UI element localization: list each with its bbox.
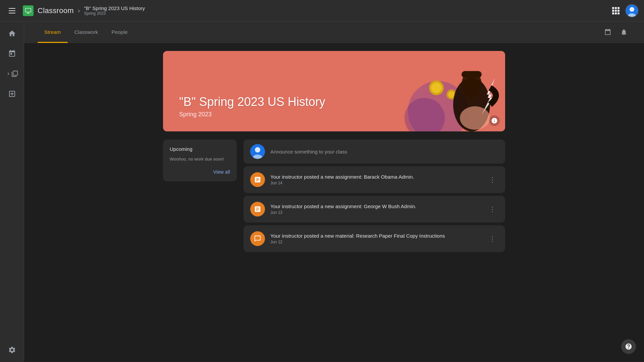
classes-icon [11, 70, 18, 77]
announce-avatar [250, 144, 265, 159]
help-button[interactable] [621, 339, 636, 354]
tabs-actions [601, 25, 631, 39]
user-avatar [250, 144, 265, 159]
feed-date-1: Jun 14 [270, 181, 481, 185]
sidebar [0, 21, 24, 362]
tab-classwork[interactable]: Classwork [68, 21, 105, 43]
feed-card-3: Your instructor posted a new material: R… [244, 225, 505, 252]
feed-title-2: Your instructor posted a new assignment:… [270, 203, 481, 209]
banner-subtitle: Spring 2023 [179, 111, 489, 118]
account-button[interactable] [625, 4, 639, 17]
hamburger-button[interactable] [5, 4, 19, 17]
notification-btn[interactable] [617, 25, 631, 39]
svg-point-6 [429, 80, 444, 95]
feed-more-button-3[interactable]: ⋮ [486, 233, 498, 245]
calendar-tab-icon [604, 28, 611, 36]
tabs-bar: Stream Classwork People [24, 21, 644, 43]
main-layout: Stream Classwork People [0, 21, 644, 362]
svg-point-11 [462, 71, 482, 98]
upcoming-title: Upcoming [170, 146, 230, 152]
app-title: Classroom [38, 6, 74, 15]
upcoming-panel: Upcoming Woohoo, no work due soon! View … [163, 139, 237, 181]
help-icon [625, 343, 632, 350]
more-vert-icon: ⋮ [489, 176, 496, 184]
svg-point-7 [431, 82, 442, 93]
feed-card-1: Your instructor posted a new assignment:… [244, 166, 505, 193]
todo-icon [8, 90, 16, 98]
info-icon [491, 117, 498, 124]
chevron-right-icon [6, 71, 11, 76]
announce-bar[interactable]: Announce something to your class [244, 139, 505, 164]
feed-more-button-1[interactable]: ⋮ [486, 174, 498, 186]
breadcrumb-separator: › [78, 7, 80, 14]
svg-rect-12 [462, 71, 482, 78]
breadcrumb-section: Spring 2023 [84, 11, 145, 16]
banner-info-button[interactable] [489, 115, 500, 126]
page-content: "B" Spring 2023 US History Spring 2023 U… [150, 43, 519, 260]
sidebar-item-settings[interactable] [3, 341, 21, 359]
more-vert-icon-2: ⋮ [489, 205, 496, 213]
banner-title: "B" Spring 2023 US History [179, 95, 489, 109]
assignment-icon [254, 176, 261, 183]
more-vert-icon-3: ⋮ [489, 235, 496, 243]
material-icon [254, 235, 261, 242]
feed-icon-material-3 [250, 231, 265, 246]
announce-placeholder: Announce something to your class [270, 149, 347, 155]
calendar-icon [8, 50, 16, 58]
home-icon [8, 29, 16, 38]
view-all-button[interactable]: View all [213, 169, 230, 175]
hamburger-icon [9, 8, 15, 13]
feed-content-2: Your instructor posted a new assignment:… [270, 203, 481, 215]
settings-icon [8, 346, 16, 354]
class-banner: "B" Spring 2023 US History Spring 2023 [163, 51, 505, 131]
notification-icon [620, 28, 628, 36]
feed-icon-assignment-1 [250, 172, 265, 187]
apps-button[interactable] [609, 4, 623, 17]
tab-people[interactable]: People [105, 21, 135, 43]
feed-content-3: Your instructor posted a new material: R… [270, 233, 481, 244]
feed-more-button-2[interactable]: ⋮ [486, 203, 498, 215]
topbar: Classroom › "B" Spring 2023 US History S… [0, 0, 644, 21]
svg-point-14 [460, 106, 490, 130]
sidebar-item-classes-expand[interactable] [3, 64, 21, 83]
breadcrumb-course: "B" Spring 2023 US History [84, 5, 145, 11]
feed-date-2: Jun 13 [270, 210, 481, 215]
topbar-left: Classroom › "B" Spring 2023 US History S… [5, 4, 605, 17]
avatar [626, 5, 638, 17]
topbar-right [609, 4, 639, 17]
tab-stream[interactable]: Stream [38, 21, 68, 43]
feed-icon-assignment-2 [250, 202, 265, 217]
feed-date-3: Jun 12 [270, 240, 481, 244]
stream-feed: Announce something to your class Your in… [244, 139, 505, 252]
breadcrumb: "B" Spring 2023 US History Spring 2023 [84, 5, 145, 16]
calendar-tab-btn[interactable] [601, 25, 614, 39]
classroom-logo [23, 5, 34, 16]
upcoming-empty-text: Woohoo, no work due soon! [170, 156, 230, 163]
content-area: Stream Classwork People [24, 21, 644, 362]
feed-title-1: Your instructor posted a new assignment:… [270, 174, 481, 180]
apps-icon [612, 7, 620, 14]
assignment-icon-2 [254, 205, 261, 213]
sidebar-item-home[interactable] [3, 24, 21, 43]
sidebar-item-calendar[interactable] [3, 44, 21, 63]
sidebar-item-todo[interactable] [3, 84, 21, 103]
lower-content: Upcoming Woohoo, no work due soon! View … [163, 139, 505, 252]
feed-title-3: Your instructor posted a new material: R… [270, 233, 481, 239]
banner-illustration [371, 51, 505, 131]
feed-card-2: Your instructor posted a new assignment:… [244, 196, 505, 223]
svg-point-2 [630, 7, 634, 12]
svg-rect-0 [25, 8, 31, 12]
feed-content-1: Your instructor posted a new assignment:… [270, 174, 481, 185]
svg-point-16 [255, 147, 260, 153]
